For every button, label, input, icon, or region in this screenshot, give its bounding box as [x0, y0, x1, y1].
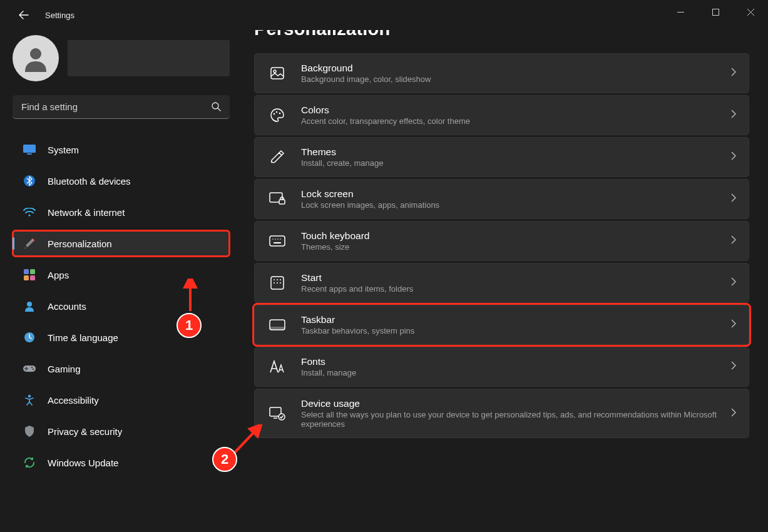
sidebar-label: Network & internet	[48, 207, 125, 218]
svg-point-36	[280, 282, 281, 284]
image-icon	[269, 64, 286, 82]
annotation-arrow-1	[181, 279, 200, 314]
sidebar-label: System	[48, 145, 79, 155]
chevron-right-icon	[731, 68, 736, 79]
app-title: Settings	[45, 11, 74, 20]
search-icon	[212, 102, 221, 111]
card-fonts[interactable]: Fonts Install, manage	[254, 347, 749, 387]
sidebar-item-privacy[interactable]: Privacy & security	[13, 418, 230, 444]
card-subtitle: Taskbar behaviors, system pins	[301, 326, 731, 335]
svg-rect-3	[23, 145, 36, 153]
sidebar-label: Apps	[48, 270, 69, 280]
maximize-button[interactable]	[698, 0, 733, 24]
svg-point-27	[277, 238, 279, 240]
back-arrow-icon	[19, 10, 29, 20]
card-subtitle: Lock screen images, apps, animations	[301, 200, 731, 210]
card-subtitle: Background image, color, slideshow	[301, 74, 731, 84]
minimize-button[interactable]	[663, 0, 698, 24]
svg-rect-8	[30, 269, 35, 274]
svg-rect-0	[712, 9, 719, 15]
card-title: Background	[301, 63, 731, 74]
fonts-icon	[269, 358, 286, 376]
chevron-right-icon	[731, 193, 736, 205]
search-input[interactable]	[21, 101, 212, 112]
chevron-right-icon	[731, 277, 736, 289]
svg-point-1	[30, 48, 41, 59]
accounts-icon	[23, 299, 36, 313]
card-lock-screen[interactable]: Lock screen Lock screen images, apps, an…	[254, 179, 749, 219]
card-colors[interactable]: Colors Accent color, transparency effect…	[254, 95, 749, 135]
profile-block[interactable]	[13, 35, 230, 81]
wifi-icon	[23, 205, 36, 219]
svg-point-31	[274, 279, 275, 280]
card-title: Colors	[301, 105, 731, 116]
svg-point-11	[27, 302, 32, 307]
card-subtitle: Recent apps and items, folders	[301, 284, 731, 294]
annotation-arrow-2	[232, 424, 263, 456]
accessibility-icon	[23, 393, 36, 407]
close-button[interactable]	[733, 0, 768, 24]
card-title: Taskbar	[301, 314, 731, 325]
card-subtitle: Select all the ways you plan to use your…	[301, 410, 731, 429]
svg-point-6	[28, 214, 30, 216]
sidebar-label: Personalization	[48, 238, 112, 249]
shield-icon	[23, 424, 36, 438]
sidebar-item-system[interactable]: System	[13, 136, 230, 163]
sidebar-label: Time & language	[48, 332, 118, 343]
palette-icon	[269, 106, 286, 124]
card-taskbar[interactable]: Taskbar Taskbar behaviors, system pins	[254, 305, 749, 345]
svg-point-21	[279, 113, 281, 115]
svg-point-33	[280, 279, 281, 280]
page-title: Personalization	[254, 30, 749, 39]
chevron-right-icon	[731, 151, 736, 163]
sidebar-item-bluetooth[interactable]: Bluetooth & devices	[13, 168, 230, 194]
card-title: Fonts	[301, 356, 731, 367]
svg-point-25	[272, 238, 274, 240]
card-device-usage[interactable]: Device usage Select all the ways you pla…	[254, 389, 749, 438]
card-start[interactable]: Start Recent apps and items, folders	[254, 263, 749, 303]
svg-rect-23	[279, 200, 285, 204]
card-subtitle: Install, manage	[301, 368, 731, 377]
search-box[interactable]	[13, 95, 230, 119]
card-background[interactable]: Background Background image, color, slid…	[254, 53, 749, 93]
device-usage-icon	[269, 405, 286, 422]
svg-point-16	[28, 395, 31, 398]
maximize-icon	[712, 9, 719, 16]
svg-rect-24	[270, 236, 285, 246]
back-button[interactable]	[14, 5, 34, 25]
close-icon	[747, 9, 754, 16]
chevron-right-icon	[731, 235, 736, 247]
svg-rect-29	[274, 242, 281, 243]
sidebar-item-personalization[interactable]: Personalization	[13, 230, 230, 257]
paintbrush-icon	[23, 237, 36, 250]
card-title: Themes	[301, 146, 731, 158]
svg-rect-4	[27, 153, 32, 155]
svg-point-26	[275, 238, 276, 240]
sidebar-label: Accessibility	[48, 395, 99, 406]
svg-rect-7	[24, 269, 29, 274]
brush-icon	[269, 148, 286, 166]
svg-point-20	[276, 111, 278, 113]
card-subtitle: Accent color, transparency effects, colo…	[301, 116, 731, 126]
sidebar-item-accessibility[interactable]: Accessibility	[13, 387, 230, 413]
step-badge-2: 2	[212, 447, 237, 472]
sidebar-item-windows-update[interactable]: Windows Update	[13, 449, 230, 476]
card-touch-keyboard[interactable]: Touch keyboard Themes, size	[254, 221, 749, 261]
svg-point-32	[277, 279, 278, 280]
sidebar-item-network[interactable]: Network & internet	[13, 199, 230, 225]
chevron-right-icon	[731, 319, 736, 330]
svg-rect-10	[30, 275, 35, 280]
minimize-icon	[677, 9, 684, 16]
svg-point-14	[31, 367, 33, 369]
sidebar: System Bluetooth & devices Network & int…	[0, 30, 239, 532]
sidebar-label: Accounts	[48, 301, 86, 312]
sidebar-label: Bluetooth & devices	[48, 176, 131, 187]
sidebar-label: Privacy & security	[48, 426, 122, 437]
svg-point-28	[280, 238, 281, 240]
bluetooth-icon	[23, 174, 36, 188]
card-themes[interactable]: Themes Install, create, manage	[254, 137, 749, 177]
sidebar-item-gaming[interactable]: Gaming	[13, 356, 230, 382]
card-title: Lock screen	[301, 188, 731, 200]
chevron-right-icon	[731, 361, 736, 372]
card-subtitle: Themes, size	[301, 242, 731, 252]
